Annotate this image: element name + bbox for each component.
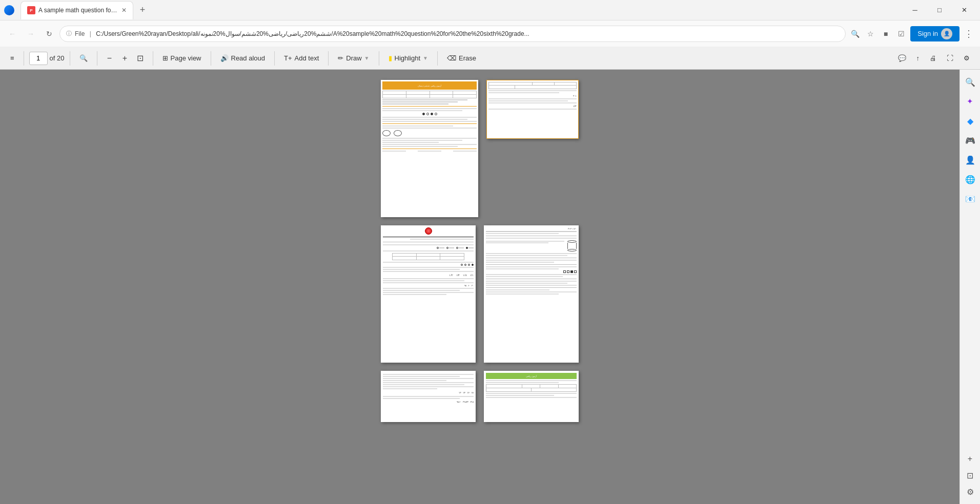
line	[382, 151, 406, 152]
line	[383, 269, 460, 270]
fullscreen-button[interactable]: ⛶	[943, 51, 957, 66]
page6-header: آزمون ریاضی	[486, 373, 577, 379]
page-row-1: آزمون ریاضی ششم دبستان	[10, 80, 949, 217]
close-button[interactable]: ✕	[952, 2, 976, 18]
checkbox-checked	[570, 270, 573, 273]
erase-button[interactable]: ⌫ Erase	[443, 51, 480, 66]
line	[383, 278, 474, 279]
option	[464, 264, 466, 266]
share-button[interactable]: ↑	[912, 51, 924, 66]
tab-close-button[interactable]: ✕	[121, 7, 127, 14]
sidebar-fit-button[interactable]: ⊡	[962, 467, 978, 484]
browser-tab[interactable]: P A sample math question for the ✕	[21, 1, 133, 19]
minimize-button[interactable]: ─	[903, 2, 927, 18]
line	[383, 398, 460, 399]
comment-button[interactable]: 💬	[894, 51, 910, 66]
f2: ۱/۴	[463, 391, 465, 394]
option	[468, 264, 470, 266]
sidebar-bottom-group: + ⊡ ⚙	[962, 451, 978, 500]
sidebar-profile-button[interactable]: 👤	[962, 152, 978, 168]
draw-icon: ✏	[338, 54, 343, 62]
page-view-label: Page view	[171, 54, 201, 62]
sidebar-add-button[interactable]: +	[962, 451, 978, 467]
line	[453, 151, 477, 152]
add-text-button[interactable]: T+ Add text	[280, 51, 323, 66]
favorites-button[interactable]: ☆	[863, 27, 877, 41]
search-icon: 🔍	[79, 54, 88, 62]
line	[486, 241, 564, 242]
line	[383, 271, 474, 272]
line	[488, 98, 577, 99]
line	[488, 92, 559, 93]
line	[486, 289, 549, 290]
line	[486, 231, 577, 232]
sidebar-copilot-button[interactable]: ✦	[962, 93, 978, 110]
mc-options	[383, 247, 474, 249]
checkbox	[574, 270, 577, 273]
line	[383, 382, 474, 383]
profile-button[interactable]: ☑	[894, 27, 908, 41]
comment-icon: 💬	[898, 54, 906, 62]
sidebar-games-button[interactable]: 🎮	[962, 132, 978, 149]
highlight-button[interactable]: ▮ Highlight ▼	[384, 51, 433, 66]
draw-button[interactable]: ✏ Draw ▼	[334, 51, 373, 66]
divider-6	[274, 51, 275, 66]
sidebar-outlook-button[interactable]: 🌐	[962, 171, 978, 187]
sidebar-shopping-button[interactable]: ◆	[962, 113, 978, 129]
fit-page-button[interactable]: ⊡	[133, 51, 148, 66]
zoom-out-button[interactable]: −	[103, 51, 117, 66]
line	[383, 236, 474, 238]
pdf-page-1: آزمون ریاضی ششم دبستان	[381, 80, 478, 217]
line	[486, 397, 577, 398]
divider-2	[70, 51, 70, 66]
maximize-button[interactable]: □	[928, 2, 951, 18]
pdf-viewer[interactable]: آزمون ریاضی ششم دبستان	[0, 70, 959, 504]
divider	[486, 258, 577, 258]
zoom-in-button[interactable]: +	[118, 51, 132, 66]
collections-button[interactable]: ■	[879, 27, 893, 41]
pdf-page-6: آزمون ریاضی	[484, 371, 579, 422]
page-number-input[interactable]	[29, 52, 48, 65]
pdf-settings-button[interactable]: ⚙	[959, 51, 974, 66]
sign-in-button[interactable]: Sign in 👤	[910, 26, 959, 41]
line	[382, 138, 477, 139]
divider-1	[24, 51, 24, 66]
mc-circle	[435, 113, 437, 115]
pdf-page-5: ۱/۲ ۱/۴ ۱/۶ ۱/۸ ۹۵،۶۰ ۳۹،۵۳۴ ۶۳،۵	[381, 371, 476, 422]
line	[383, 384, 464, 385]
page-navigation-group: of 20	[29, 52, 65, 65]
read-aloud-button[interactable]: 🔊 Read aloud	[216, 51, 270, 66]
n3: ۶۳،۵	[470, 401, 474, 403]
line	[383, 376, 460, 377]
line	[382, 101, 458, 102]
print-button[interactable]: 🖨	[926, 51, 941, 66]
page-view-button[interactable]: ⊞ Page view	[158, 51, 206, 66]
search-button[interactable]: 🔍	[75, 51, 92, 66]
page-view-icon: ⊞	[162, 54, 168, 62]
toggle-sidebar-button[interactable]: ≡	[6, 51, 18, 66]
settings-sidebar-icon: ⚙	[967, 487, 974, 497]
line	[382, 128, 477, 129]
new-tab-button[interactable]: +	[135, 3, 150, 17]
fraction1: ۱/۲	[449, 274, 453, 277]
address-input[interactable]: ⓘ File | C:/Users/Green%20rayan/Desktop/…	[59, 26, 846, 42]
refresh-button[interactable]: ↻	[41, 26, 57, 42]
search-browser-button[interactable]: 🔍	[848, 27, 862, 41]
sidebar-settings-bottom-button[interactable]: ⚙	[962, 484, 978, 500]
line	[488, 109, 577, 110]
sidebar-office-button[interactable]: 📧	[962, 191, 978, 207]
divider	[486, 264, 577, 265]
highlight-icon: ▮	[389, 54, 392, 62]
sidebar-search-button[interactable]: 🔍	[962, 74, 978, 90]
option-text	[468, 247, 474, 248]
back-button[interactable]: ←	[4, 26, 21, 42]
page-row-3: ۱/۲ ۱/۴ ۱/۶ ۱/۸ ۹۵،۶۰ ۳۹،۵۳۴ ۶۳،۵	[10, 371, 949, 422]
checkbox	[563, 270, 566, 273]
more-options-button[interactable]: ⋮	[962, 27, 976, 41]
line	[418, 151, 441, 152]
page-total-label: of 20	[50, 54, 65, 62]
option	[437, 247, 439, 249]
forward-button[interactable]: →	[23, 26, 39, 42]
line	[410, 239, 474, 240]
line	[486, 395, 554, 396]
